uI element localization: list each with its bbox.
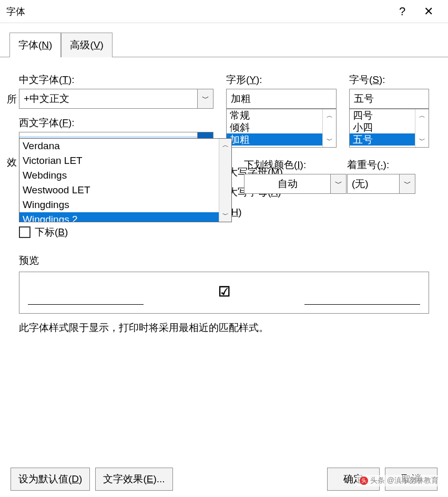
list-item[interactable]: Webdings [19, 168, 231, 183]
scrollbar[interactable]: ︿﹀ [415, 109, 429, 147]
underline-color-value: 自动 [245, 177, 330, 191]
list-item[interactable]: 五号 [350, 133, 415, 146]
emphasis-combo[interactable]: (无) ﹀ [347, 174, 415, 194]
side-label: 效 [7, 156, 17, 169]
preview-label: 预览 [19, 254, 429, 267]
list-item[interactable]: Wingdings [19, 198, 231, 212]
style-listbox[interactable]: 常规 倾斜 加粗 ︿﹀ [226, 109, 337, 148]
list-item[interactable]: Victorian LET [19, 153, 231, 168]
list-item[interactable]: 小四 [350, 121, 415, 133]
chevron-down-icon[interactable]: ﹀ [330, 174, 346, 193]
chevron-down-icon[interactable]: ﹀ [197, 89, 213, 108]
preview-line [304, 304, 420, 305]
close-icon[interactable]: ✕ [415, 0, 442, 23]
list-item[interactable]: Verdana [19, 139, 231, 153]
preview-note: 此字体样式限于显示，打印时将采用最相近的匹配样式。 [19, 321, 429, 335]
preview-box: ☑ [19, 272, 429, 314]
list-item[interactable]: 加粗 [227, 133, 322, 146]
list-item[interactable]: Wingdings 2 [19, 212, 231, 222]
chevron-down-icon[interactable]: ﹀ [399, 174, 415, 193]
west-font-label: 西文字体(F): [19, 116, 213, 130]
style-input[interactable]: 加粗 [226, 89, 337, 109]
underline-color-label: 下划线颜色(I): [244, 158, 349, 172]
size-input[interactable]: 五号 [349, 89, 429, 109]
cn-font-label: 中文字体(T): [19, 73, 213, 87]
preview-line [28, 304, 144, 305]
text-effects-button[interactable]: 文字效果(E)... [95, 468, 172, 491]
watermark: 头 头条 @滇东努林教育 [357, 475, 442, 486]
tab-advanced[interactable]: 高级(V) [61, 33, 112, 57]
emphasis-value: (无) [348, 177, 399, 191]
list-item[interactable]: 常规 [227, 109, 322, 121]
titlebar: 字体 ? ✕ [0, 0, 448, 23]
west-font-dropdown[interactable]: Verdana Victorian LET Webdings Westwood … [19, 138, 232, 222]
logo-icon: 头 [360, 477, 368, 485]
list-item[interactable]: 倾斜 [227, 121, 322, 133]
size-listbox[interactable]: 四号 小四 五号 ︿﹀ [349, 109, 429, 148]
side-label: 所 [7, 92, 17, 106]
style-label: 字形(Y): [226, 73, 337, 87]
cn-font-combo[interactable]: +中文正文 ﹀ [19, 89, 213, 109]
checkbox-subscript[interactable]: 下标(B) [19, 225, 87, 239]
size-value: 五号 [350, 92, 429, 106]
list-item[interactable]: Westwood LET [19, 183, 231, 198]
list-item[interactable]: 四号 [350, 109, 415, 121]
size-label: 字号(S): [349, 73, 429, 87]
tab-font[interactable]: 字体(N) [9, 33, 61, 57]
preview-symbol: ☑ [218, 284, 230, 300]
tab-strip: 字体(N) 高级(V) [9, 33, 448, 57]
dialog-content: 中文字体(T): +中文正文 ﹀ 西文字体(F): ﹀ 字形(Y): 加粗 常规… [0, 57, 448, 340]
style-value: 加粗 [227, 92, 336, 106]
watermark-text: 头条 @滇东努林教育 [370, 476, 439, 485]
default-button[interactable]: 设为默认值(D) [11, 468, 90, 491]
dialog-title: 字体 [6, 5, 389, 18]
cn-font-value: +中文正文 [19, 92, 197, 106]
emphasis-label: 着重号(·): [347, 158, 429, 172]
scrollbar[interactable]: ︿﹀ [219, 139, 231, 222]
scrollbar[interactable]: ︿﹀ [322, 109, 336, 147]
underline-color-combo[interactable]: 自动 ﹀ [244, 174, 347, 194]
help-icon[interactable]: ? [389, 0, 415, 23]
